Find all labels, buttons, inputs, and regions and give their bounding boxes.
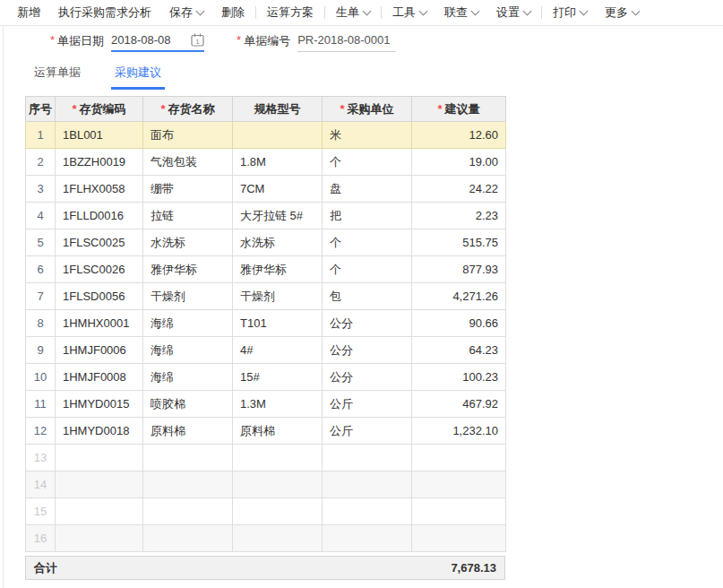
cell-code[interactable]: 1HMHX0001	[56, 310, 143, 337]
cell-seq[interactable]: 2	[26, 149, 56, 176]
cell-spec[interactable]	[233, 122, 323, 149]
cell-unit[interactable]: 个	[323, 229, 412, 256]
more-button[interactable]: 更多	[596, 4, 648, 21]
generate-doc-button[interactable]: 生单	[327, 4, 379, 21]
cell-spec[interactable]	[233, 471, 323, 498]
cell-qty[interactable]: 100.23	[412, 364, 506, 391]
cell-code[interactable]	[56, 471, 143, 498]
cell-unit[interactable]	[323, 525, 412, 552]
tools-button[interactable]: 工具	[383, 4, 435, 21]
cell-code[interactable]: 1HMYD0018	[56, 418, 143, 445]
cell-seq[interactable]: 10	[26, 364, 56, 391]
cell-seq[interactable]: 7	[26, 283, 56, 310]
cell-name[interactable]	[143, 525, 233, 552]
table-row[interactable]: 121HMYD0018原料棉原料棉公斤1,232.10	[26, 418, 506, 445]
cell-seq[interactable]: 16	[26, 525, 56, 552]
doc-date-input[interactable]: 2018-08-08 1	[111, 33, 204, 52]
cell-unit[interactable]: 公分	[323, 310, 412, 337]
cell-name[interactable]: 面布	[143, 122, 233, 149]
cell-code[interactable]: 1FLHX0058	[56, 176, 143, 203]
tab-calc-documents[interactable]: 运算单据	[30, 61, 84, 90]
cell-name[interactable]	[143, 445, 233, 471]
cell-unit[interactable]: 盘	[323, 176, 412, 203]
print-button[interactable]: 打印	[544, 4, 596, 21]
cell-unit[interactable]	[323, 445, 412, 471]
cell-seq[interactable]: 9	[26, 337, 56, 364]
cell-seq[interactable]: 4	[26, 203, 56, 229]
cell-code[interactable]: 1HMYD0015	[56, 391, 143, 418]
cell-unit[interactable]: 公分	[323, 364, 412, 391]
table-row-empty[interactable]: 15	[26, 498, 506, 525]
cell-code[interactable]: 1BZZH0019	[56, 149, 143, 176]
cell-spec[interactable]: 大牙拉链 5#	[233, 203, 323, 229]
cell-name[interactable]	[143, 471, 233, 498]
calendar-icon[interactable]: 1	[191, 33, 204, 47]
cell-qty[interactable]: 12.60	[412, 122, 506, 149]
cell-unit[interactable]: 包	[323, 283, 412, 310]
cell-qty[interactable]: 19.00	[412, 149, 506, 176]
cell-unit[interactable]: 个	[323, 149, 412, 176]
cell-seq[interactable]: 1	[26, 122, 56, 149]
table-row-empty[interactable]: 13	[26, 445, 506, 471]
cell-code[interactable]	[56, 445, 143, 471]
cell-seq[interactable]: 8	[26, 310, 56, 337]
cell-spec[interactable]	[233, 445, 323, 471]
cell-spec[interactable]: 7CM	[233, 176, 323, 203]
cell-qty[interactable]: 24.22	[412, 176, 506, 203]
cell-unit[interactable]: 个	[323, 256, 412, 283]
settings-button[interactable]: 设置	[487, 4, 539, 21]
cell-name[interactable]: 海绵	[143, 364, 233, 391]
cell-qty[interactable]: 4,271.26	[412, 283, 506, 310]
cell-spec[interactable]: 4#	[233, 337, 323, 364]
table-row[interactable]: 11BL001面布米12.60	[26, 122, 506, 149]
cell-name[interactable]: 拉链	[143, 203, 233, 229]
cell-qty[interactable]	[412, 525, 506, 552]
table-row[interactable]: 61FLSC0026雅伊华标雅伊华标个877.93	[26, 256, 506, 283]
cell-qty[interactable]: 2.23	[412, 203, 506, 229]
table-row[interactable]: 31FLHX0058绷带7CM盘24.22	[26, 176, 506, 203]
table-row[interactable]: 51FLSC0025水洗标水洗标个515.75	[26, 229, 506, 256]
cell-name[interactable]: 海绵	[143, 337, 233, 364]
cell-qty[interactable]	[412, 498, 506, 525]
tab-purchase-suggestion[interactable]: 采购建议	[111, 61, 165, 90]
cell-seq[interactable]: 14	[26, 471, 56, 498]
table-row[interactable]: 91HMJF0006海绵4#公分64.23	[26, 337, 506, 364]
cell-name[interactable]: 喷胶棉	[143, 391, 233, 418]
cell-seq[interactable]: 11	[26, 391, 56, 418]
cell-name[interactable]: 雅伊华标	[143, 256, 233, 283]
cell-code[interactable]: 1FLLD0016	[56, 203, 143, 229]
cell-unit[interactable]: 公斤	[323, 391, 412, 418]
cell-spec[interactable]	[233, 525, 323, 552]
cell-code[interactable]: 1FLSC0025	[56, 229, 143, 256]
cell-seq[interactable]: 6	[26, 256, 56, 283]
cell-unit[interactable]	[323, 498, 412, 525]
cell-qty[interactable]: 877.93	[412, 256, 506, 283]
cell-name[interactable]: 海绵	[143, 310, 233, 337]
cell-qty[interactable]: 90.66	[412, 310, 506, 337]
doc-number-input[interactable]: PR-2018-08-0001	[297, 33, 396, 52]
cell-name[interactable]: 气泡包装	[143, 149, 233, 176]
cell-qty[interactable]: 467.92	[412, 391, 506, 418]
cell-spec[interactable]: 原料棉	[233, 418, 323, 445]
cell-code[interactable]: 1FLSD0056	[56, 283, 143, 310]
new-button[interactable]: 新增	[8, 4, 49, 21]
cell-seq[interactable]: 13	[26, 445, 56, 471]
table-row[interactable]: 71FLSD0056干燥剂干燥剂包4,271.26	[26, 283, 506, 310]
cell-unit[interactable]	[323, 471, 412, 498]
cell-code[interactable]: 1HMJF0006	[56, 337, 143, 364]
cell-code[interactable]: 1HMJF0008	[56, 364, 143, 391]
cell-name[interactable]: 绷带	[143, 176, 233, 203]
cell-qty[interactable]: 64.23	[412, 337, 506, 364]
cell-unit[interactable]: 公斤	[323, 418, 412, 445]
table-row-empty[interactable]: 14	[26, 471, 506, 498]
linked-query-button[interactable]: 联查	[435, 4, 487, 21]
delete-button[interactable]: 删除	[212, 4, 254, 21]
cell-spec[interactable]: 1.8M	[233, 149, 323, 176]
cell-unit[interactable]: 公分	[323, 337, 412, 364]
save-button[interactable]: 保存	[160, 4, 212, 21]
table-row[interactable]: 111HMYD0015喷胶棉1.3M公斤467.92	[26, 391, 506, 418]
cell-seq[interactable]: 12	[26, 418, 56, 445]
cell-seq[interactable]: 3	[26, 176, 56, 203]
cell-spec[interactable]: 1.3M	[233, 391, 323, 418]
calc-scheme-button[interactable]: 运算方案	[258, 4, 323, 21]
